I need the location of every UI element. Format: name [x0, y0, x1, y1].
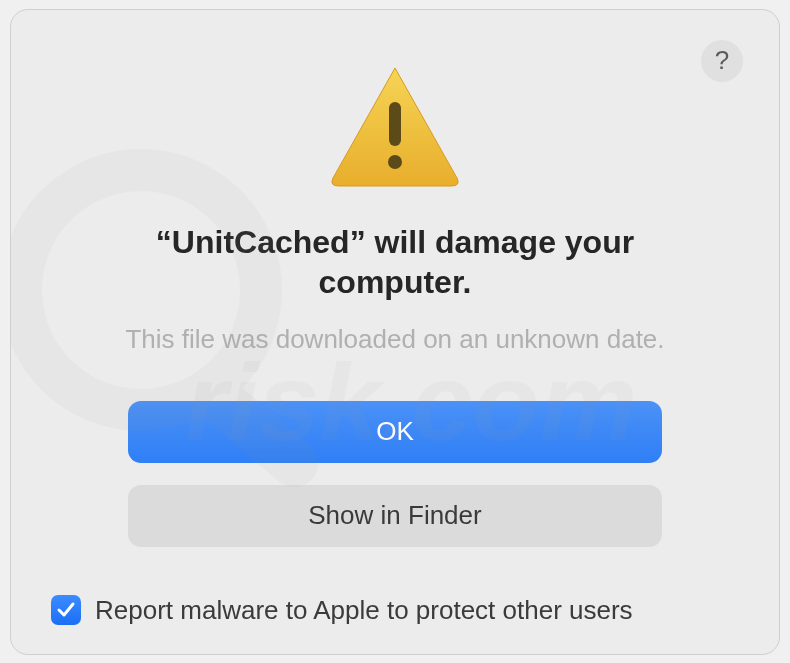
svg-point-4: [388, 155, 402, 169]
svg-rect-3: [389, 102, 401, 146]
show-in-finder-button[interactable]: Show in Finder: [128, 485, 662, 547]
help-icon: ?: [715, 45, 729, 76]
dialog-subtext: This file was downloaded on an unknown d…: [125, 324, 664, 355]
alert-dialog: risk.com ? “UnitCached” will damage your…: [10, 9, 780, 655]
dialog-heading: “UnitCached” will damage your computer.: [85, 222, 705, 302]
help-button[interactable]: ?: [701, 40, 743, 82]
checkmark-icon: [56, 600, 76, 620]
ok-button-label: OK: [376, 416, 414, 447]
show-in-finder-label: Show in Finder: [308, 500, 481, 531]
ok-button[interactable]: OK: [128, 401, 662, 463]
report-malware-row: Report malware to Apple to protect other…: [51, 595, 633, 626]
report-malware-label: Report malware to Apple to protect other…: [95, 595, 633, 626]
report-malware-checkbox[interactable]: [51, 595, 81, 625]
warning-icon: [325, 62, 465, 194]
